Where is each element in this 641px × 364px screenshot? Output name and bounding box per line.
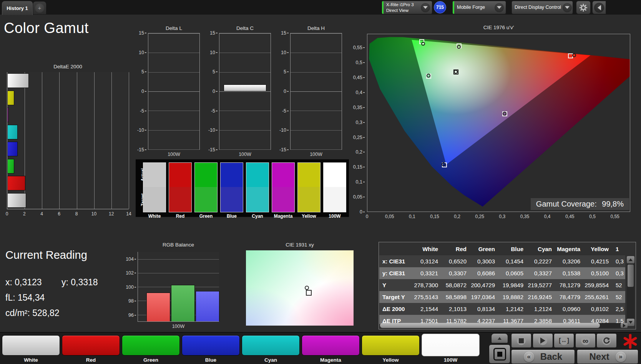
horizontal-scroll-thumb[interactable]: [380, 323, 600, 328]
chevron-down-icon: [421, 3, 430, 12]
table-cell: 275,5143: [413, 291, 442, 303]
display-control-dropdown[interactable]: Direct Display Control: [511, 1, 573, 14]
table-cell: 19,9849: [498, 279, 527, 291]
gridline: [148, 72, 199, 73]
patch-swatch: [242, 335, 300, 356]
axis-tick-label: 0: [284, 89, 289, 94]
deltae2000-plot: [7, 72, 129, 209]
next-button[interactable]: Next »: [577, 349, 638, 364]
settings-button[interactable]: [576, 1, 591, 14]
gridline: [94, 72, 95, 209]
gamut-coverage-readout: Gamut Coverage: 99,8%: [531, 198, 629, 210]
collapse-panel-button[interactable]: [592, 1, 606, 14]
patch-button-cyan[interactable]: Cyan: [242, 334, 300, 364]
axis-tick-label: 0,2: [454, 214, 460, 219]
axis-tick-label: 0,25: [353, 135, 365, 140]
gridline: [219, 149, 271, 150]
column-header: Green: [470, 243, 498, 255]
axis-tick-label: 0,35: [353, 105, 365, 110]
back-button[interactable]: « Back: [511, 349, 575, 364]
gridline: [148, 33, 199, 34]
table-vertical-scrollbar[interactable]: [627, 256, 634, 326]
column-header: [379, 243, 413, 255]
swatch-label: Yellow: [297, 213, 320, 219]
chevron-left-icon: [594, 3, 604, 13]
meter-count-badge[interactable]: 715: [434, 1, 446, 13]
axis-tick-label: 0,5: [589, 214, 596, 219]
patch-button-green[interactable]: Green: [122, 334, 180, 364]
table-cell: 0,3: [612, 267, 625, 279]
column-header: Cyan: [527, 243, 555, 255]
target-swatch: [220, 187, 243, 212]
axis-tick-label: 12: [109, 211, 114, 217]
table-cell: 1,2142: [498, 303, 527, 315]
table-cell: 1,2124: [527, 303, 555, 315]
axis-tick-label: 5: [284, 69, 289, 74]
deltae-bar-white: [7, 193, 26, 208]
add-tab-button[interactable]: +: [33, 2, 46, 14]
back-button-label: Back: [540, 351, 562, 362]
color-checker-strip: Actual Target WhiteRedGreenBlueCyanMagen…: [136, 159, 349, 217]
table-cell: 0,1454: [498, 255, 527, 267]
table-cell: 78,4779: [555, 291, 584, 303]
patch-swatch: [182, 335, 240, 356]
swatch-label: Magenta: [272, 213, 295, 219]
reading-y: y: 0,3318: [61, 277, 98, 288]
current-reading-target-marker: [306, 290, 312, 296]
axis-tick-label: 0,45: [353, 75, 365, 80]
patch-button-white[interactable]: White: [2, 334, 60, 364]
axis-tick-label: 5: [141, 69, 146, 74]
red-asterisk-icon[interactable]: [623, 334, 638, 349]
meter-dropdown[interactable]: X-Rite i1Pro 3Direct View: [382, 1, 432, 14]
gridline: [219, 33, 271, 34]
swatch-label: White: [143, 213, 166, 219]
axis-tick-label: -5: [140, 108, 146, 114]
patch-button-magenta[interactable]: Magenta: [302, 334, 360, 364]
loop-button[interactable]: ∞: [575, 333, 596, 348]
axis-tick-label: 104: [126, 256, 136, 262]
stop-button[interactable]: [511, 333, 531, 348]
swatch-column-green: Green: [194, 162, 218, 217]
swatch-label: Blue: [220, 213, 243, 219]
delta-bar: [224, 84, 267, 91]
column-header: Blue: [498, 243, 527, 255]
swatch-column-cyan: Cyan: [246, 162, 269, 217]
axis-tick-label: 0,55: [610, 214, 619, 219]
axis-tick-label: 0,5: [356, 60, 365, 65]
gridline: [219, 91, 271, 92]
source-dropdown[interactable]: Mobile Forge: [452, 1, 506, 14]
patch-button-red[interactable]: Red: [62, 334, 120, 364]
target-swatch: [323, 187, 346, 212]
vertical-scroll-thumb[interactable]: [628, 265, 634, 287]
table-horizontal-scrollbar[interactable]: [380, 323, 628, 328]
table-row: y: CIE310,33210,33070,60860,06050,33270,…: [379, 267, 625, 279]
scroll-down-button[interactable]: [627, 319, 634, 326]
axis-tick-label: 10: [210, 50, 218, 55]
axis-tick-label: 0,05: [353, 194, 365, 200]
axis-tick-label: 0: [366, 214, 369, 219]
axis-tick-label: 0: [141, 89, 146, 94]
patch-label: Magenta: [302, 357, 360, 363]
tab-history-1[interactable]: History 1: [2, 1, 33, 15]
axis-tick-label: 0,3: [499, 214, 506, 219]
patch-window-button[interactable]: [489, 344, 510, 364]
scroll-up-button[interactable]: [627, 256, 634, 263]
measure-window-button[interactable]: [↔]: [554, 333, 574, 348]
row-label: Y: [379, 279, 413, 291]
scroll-right-button[interactable]: [621, 323, 628, 328]
cie1976-y-axis: 0,550,50,450,40,350,30,250,20,150,10,050: [345, 34, 365, 212]
deltae-bar-green: [7, 159, 14, 174]
actual-swatch: [194, 162, 218, 187]
table-cell: 19,8882: [498, 291, 527, 303]
patch-button-blue[interactable]: Blue: [182, 334, 240, 364]
play-button[interactable]: [533, 333, 553, 348]
refresh-button[interactable]: [596, 333, 617, 348]
patch-button-yellow[interactable]: Yellow: [362, 334, 420, 364]
axis-tick-label: -5: [211, 108, 218, 114]
panel-up-button[interactable]: [491, 333, 508, 343]
axis-tick-label: -10: [137, 127, 146, 133]
axis-tick-label: 10: [91, 211, 96, 217]
rgb-balance-plot: [138, 252, 219, 322]
patch-button-100w[interactable]: 100W: [422, 334, 480, 364]
table-cell: 0,3124: [413, 255, 442, 267]
